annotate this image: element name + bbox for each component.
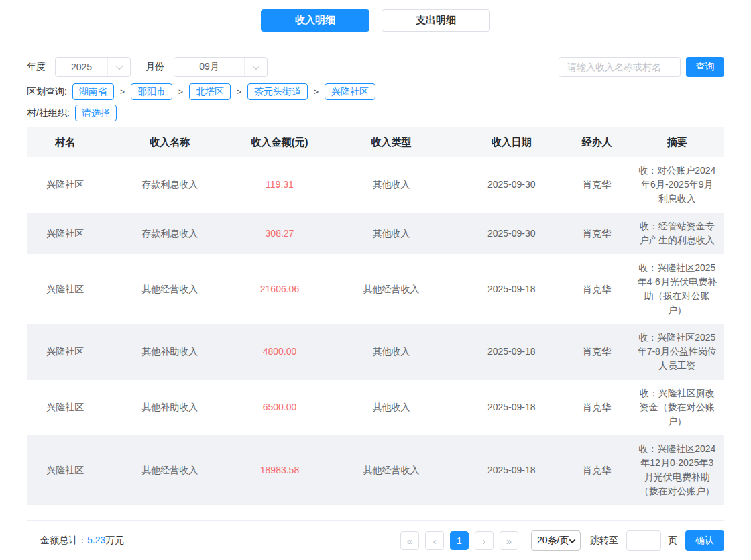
- column-header: 收入名称: [103, 127, 236, 157]
- year-select-value: 2025: [56, 62, 107, 72]
- total-value: 5.23: [87, 535, 105, 545]
- page-size-value: 20条/页: [537, 535, 569, 547]
- jump-to-label: 跳转至: [590, 535, 618, 547]
- cell-village: 兴隆社区: [27, 254, 103, 324]
- cell-type: 其他经营收入: [323, 435, 459, 505]
- cell-operator: 肖克华: [564, 324, 630, 380]
- month-label: 月份: [146, 61, 164, 73]
- year-select[interactable]: 2025: [55, 57, 131, 77]
- region-crumb-button[interactable]: 兴隆社区: [325, 83, 376, 100]
- income-detail-page: 收入明细 支出明细 年度 2025 月份 09月 查询 区划查询: 湖南省>邵阳…: [0, 0, 751, 560]
- total-label: 金额总计：: [40, 535, 87, 545]
- cell-date: 2025-09-18: [459, 254, 564, 324]
- prev-page-button[interactable]: ‹: [425, 531, 444, 550]
- income-table: 村名收入名称收入金额(元)收入类型收入日期经办人摘要 兴隆社区存款利息收入119…: [27, 127, 724, 505]
- next-page-button[interactable]: ›: [475, 531, 494, 550]
- cell-operator: 肖克华: [564, 380, 630, 435]
- breadcrumb: 湖南省>邵阳市>北塔区>茶元头街道>兴隆社区: [72, 83, 376, 100]
- tab-expense-detail[interactable]: 支出明细: [382, 9, 490, 32]
- region-label: 区划查询:: [27, 86, 67, 98]
- search-button[interactable]: 查询: [686, 57, 724, 77]
- region-breadcrumb-row: 区划查询: 湖南省>邵阳市>北塔区>茶元头街道>兴隆社区: [27, 83, 724, 100]
- cell-type: 其他经营收入: [323, 254, 459, 324]
- cell-name: 存款利息收入: [103, 157, 236, 213]
- cell-date: 2025-09-18: [459, 324, 564, 380]
- cell-operator: 肖克华: [564, 157, 630, 213]
- cell-operator: 肖克华: [564, 254, 630, 324]
- last-page-button[interactable]: »: [500, 531, 518, 550]
- region-crumb-button[interactable]: 北塔区: [189, 83, 231, 100]
- search-input[interactable]: [559, 57, 681, 77]
- confirm-button[interactable]: 确认: [685, 530, 724, 551]
- cell-name: 存款利息收入: [103, 213, 236, 254]
- table-header: 村名收入名称收入金额(元)收入类型收入日期经办人摘要: [27, 127, 724, 157]
- cell-amount: 6500.00: [236, 380, 323, 435]
- cell-summary: 收：兴隆社区厕改资金（拨在对公账户）: [630, 380, 724, 435]
- cell-summary: 收：对公账户2024年6月-2025年9月利息收入: [630, 157, 724, 213]
- total-unit: 万元: [105, 535, 124, 545]
- cell-operator: 肖克华: [564, 435, 630, 505]
- cell-summary: 收：经管站资金专户产生的利息收入: [630, 213, 724, 254]
- first-page-button[interactable]: «: [400, 531, 419, 550]
- column-header: 收入日期: [459, 127, 564, 157]
- jump-page-input[interactable]: [626, 530, 661, 551]
- breadcrumb-separator: >: [120, 87, 125, 97]
- cell-name: 其他补助收入: [103, 380, 236, 435]
- region-crumb-button[interactable]: 茶元头街道: [247, 83, 308, 100]
- pagination: « ‹ 1 › » 20条/页 跳转至 页 确认: [400, 530, 724, 551]
- cell-village: 兴隆社区: [27, 380, 103, 435]
- table-row: 兴隆社区其他经营收入18983.58其他经营收入2025-09-18肖克华收：兴…: [27, 435, 724, 505]
- cell-village: 兴隆社区: [27, 157, 103, 213]
- total-amount: 金额总计：5.23万元: [27, 535, 124, 547]
- cell-date: 2025-09-30: [459, 157, 564, 213]
- table-row: 兴隆社区其他经营收入21606.06其他经营收入2025-09-18肖克华收：兴…: [27, 254, 724, 324]
- cell-type: 其他收入: [323, 380, 459, 435]
- cell-name: 其他补助收入: [103, 324, 236, 380]
- chevron-down-icon: [569, 537, 576, 543]
- cell-operator: 肖克华: [564, 213, 630, 254]
- cell-amount: 18983.58: [236, 435, 323, 505]
- page-number-button[interactable]: 1: [450, 531, 469, 550]
- breadcrumb-separator: >: [237, 87, 241, 97]
- filter-row: 年度 2025 月份 09月 查询: [27, 57, 724, 77]
- cell-date: 2025-09-18: [459, 435, 564, 505]
- page-size-select[interactable]: 20条/页: [531, 530, 581, 551]
- cell-type: 其他收入: [323, 324, 459, 380]
- column-header: 收入金额(元): [236, 127, 323, 157]
- cell-amount: 4800.00: [236, 324, 323, 380]
- chevron-down-icon: [107, 58, 130, 76]
- cell-village: 兴隆社区: [27, 324, 103, 380]
- cell-amount: 308.27: [236, 213, 323, 254]
- table-row: 兴隆社区存款利息收入119.31其他收入2025-09-30肖克华收：对公账户2…: [27, 157, 724, 213]
- cell-village: 兴隆社区: [27, 213, 103, 254]
- income-table-wrap: 村名收入名称收入金额(元)收入类型收入日期经办人摘要 兴隆社区存款利息收入119…: [27, 127, 724, 505]
- cell-type: 其他收入: [323, 213, 459, 254]
- village-picker-button[interactable]: 请选择: [75, 105, 117, 121]
- column-header: 收入类型: [323, 127, 459, 157]
- cell-date: 2025-09-30: [459, 213, 564, 254]
- region-crumb-button[interactable]: 湖南省: [72, 83, 114, 100]
- tab-income-detail[interactable]: 收入明细: [261, 9, 369, 32]
- month-select[interactable]: 09月: [174, 57, 268, 77]
- region-crumb-button[interactable]: 邵阳市: [131, 83, 172, 100]
- month-select-value: 09月: [174, 61, 244, 73]
- table-footer: 金额总计：5.23万元 « ‹ 1 › » 20条/页 跳转至 页 确认: [27, 520, 724, 560]
- chevron-down-icon: [244, 58, 267, 76]
- cell-name: 其他经营收入: [103, 435, 236, 505]
- table-row: 兴隆社区存款利息收入308.27其他收入2025-09-30肖克华收：经管站资金…: [27, 213, 724, 254]
- cell-summary: 收：兴隆社区2024年12月0-2025年3月光伏电费补助（拨在对公账户）: [630, 435, 724, 505]
- cell-summary: 收：兴隆社区2025年4-6月光伏电费补助（拨在对公账户）: [630, 254, 724, 324]
- village-picker-row: 村/社组织: 请选择: [27, 105, 724, 121]
- column-header: 摘要: [630, 127, 724, 157]
- village-label: 村/社组织:: [27, 107, 70, 119]
- cell-name: 其他经营收入: [103, 254, 236, 324]
- tab-switcher: 收入明细 支出明细: [0, 0, 751, 32]
- jump-unit-label: 页: [668, 535, 677, 547]
- cell-village: 兴隆社区: [27, 435, 103, 505]
- column-header: 村名: [27, 127, 103, 157]
- breadcrumb-separator: >: [178, 87, 183, 97]
- breadcrumb-separator: >: [314, 87, 319, 97]
- cell-type: 其他收入: [323, 157, 459, 213]
- year-label: 年度: [27, 61, 46, 73]
- table-row: 兴隆社区其他补助收入6500.00其他收入2025-09-18肖克华收：兴隆社区…: [27, 380, 724, 435]
